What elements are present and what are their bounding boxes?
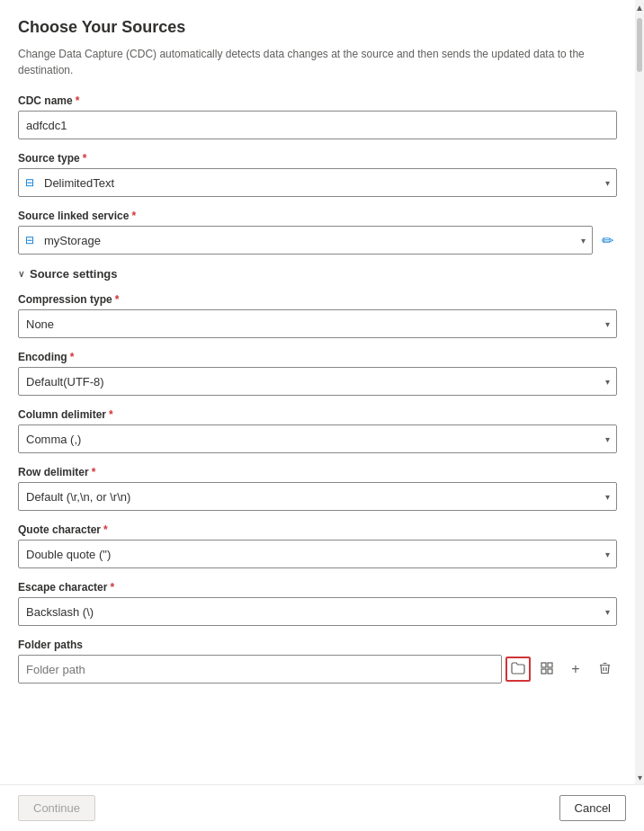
escape-character-label: Escape character * [18,581,617,594]
column-delimiter-select[interactable]: Comma (,) [18,424,617,453]
footer: Continue Cancel [0,784,644,831]
source-linked-service-label: Source linked service * [18,210,617,222]
required-marker: * [76,94,80,107]
source-linked-row: ⊟ myStorage ▾ ✏ [18,226,617,255]
required-marker: * [70,351,75,363]
encoding-field: Encoding * Default(UTF-8) ▾ [18,351,617,396]
source-linked-service-select[interactable]: myStorage [18,226,593,255]
cdc-name-label: CDC name * [18,94,617,107]
folder-paths-label: Folder paths [18,639,617,651]
page-description: Change Data Capture (CDC) automatically … [18,46,617,78]
compression-type-label: Compression type * [18,293,617,306]
cancel-button[interactable]: Cancel [559,795,626,821]
encoding-label: Encoding * [18,351,617,363]
grid-icon [541,662,553,677]
compression-type-field: Compression type * None ▾ [18,293,617,338]
collapse-chevron-icon: ∨ [18,269,24,279]
column-delimiter-wrapper: Comma (,) ▾ [18,424,617,453]
required-marker: * [131,210,136,222]
source-linked-service-wrapper: ⊟ myStorage ▾ [18,226,593,255]
quote-character-wrapper: Double quote (") ▾ [18,540,617,568]
plus-icon: + [571,661,579,677]
source-type-select[interactable]: DelimitedText [18,168,617,197]
page-title: Choose Your Sources [18,18,617,37]
source-type-wrapper: ⊟ DelimitedText ▾ [18,168,617,197]
required-marker: * [103,523,108,536]
encoding-wrapper: Default(UTF-8) ▾ [18,367,617,396]
column-delimiter-field: Column delimiter * Comma (,) ▾ [18,408,617,453]
compression-type-select[interactable]: None [18,309,617,338]
scrollbar-thumb[interactable] [637,18,642,72]
row-delimiter-select[interactable]: Default (\r,\n, or \r\n) [18,482,617,511]
quote-character-field: Quote character * Double quote (") ▾ [18,523,617,568]
schema-mapping-button[interactable] [534,657,559,682]
quote-character-label: Quote character * [18,523,617,536]
svg-rect-0 [541,663,546,667]
scroll-up-arrow[interactable]: ▲ [635,2,644,14]
cdc-name-field: CDC name * [18,94,617,139]
required-marker: * [110,581,114,594]
scrollbar[interactable]: ▲ ▾ [635,0,644,784]
source-settings-toggle[interactable]: ∨ Source settings [18,267,617,281]
edit-linked-service-button[interactable]: ✏ [598,228,617,253]
edit-icon: ✏ [602,232,613,249]
add-folder-path-button[interactable]: + [563,657,588,682]
svg-rect-1 [548,663,552,667]
folder-path-row: + [18,655,617,684]
compression-type-wrapper: None ▾ [18,309,617,338]
folder-icon [511,662,525,677]
source-linked-service-field: Source linked service * ⊟ myStorage ▾ ✏ [18,210,617,255]
continue-button[interactable]: Continue [18,795,95,821]
browse-folder-button[interactable] [505,657,531,682]
folder-paths-section: Folder paths [18,639,617,684]
row-delimiter-field: Row delimiter * Default (\r,\n, or \r\n)… [18,466,617,511]
escape-character-wrapper: Backslash (\) ▾ [18,597,617,626]
cdc-name-input[interactable] [18,111,617,139]
column-delimiter-label: Column delimiter * [18,408,617,421]
source-type-field: Source type * ⊟ DelimitedText ▾ [18,152,617,197]
row-delimiter-wrapper: Default (\r,\n, or \r\n) ▾ [18,482,617,511]
delete-folder-path-button[interactable] [592,657,617,682]
trash-icon [599,662,611,677]
svg-rect-2 [541,669,546,674]
required-marker: * [115,293,120,306]
source-type-label: Source type * [18,152,617,165]
source-settings-label: Source settings [30,267,118,281]
svg-rect-3 [548,669,552,674]
required-marker: * [83,152,87,165]
folder-path-input[interactable] [18,655,502,684]
required-marker: * [109,408,113,421]
row-delimiter-label: Row delimiter * [18,466,617,478]
scroll-down-arrow[interactable]: ▾ [638,772,642,784]
escape-character-select[interactable]: Backslash (\) [18,597,617,626]
escape-character-field: Escape character * Backslash (\) ▾ [18,581,617,626]
required-marker: * [92,466,96,478]
quote-character-select[interactable]: Double quote (") [18,540,617,568]
encoding-select[interactable]: Default(UTF-8) [18,367,617,396]
